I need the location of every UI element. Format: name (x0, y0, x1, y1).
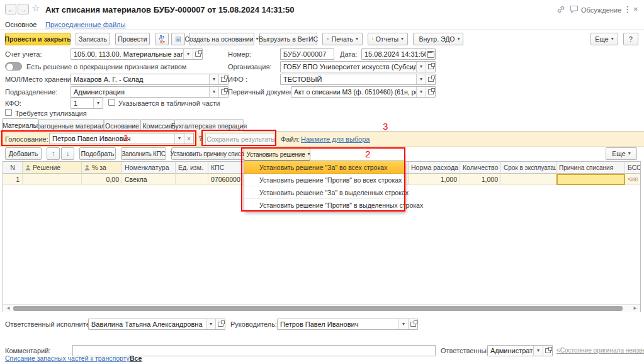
primary-doc-field[interactable]: Акт о списании МЗ (ф. 0510460) (61н, ред… (291, 86, 436, 98)
forward-button[interactable]: → (18, 4, 29, 14)
more-button[interactable]: Еще (590, 33, 618, 45)
debit-credit-button[interactable] (155, 33, 169, 45)
recognition-toggle[interactable] (5, 62, 22, 71)
organization-open-button[interactable] (426, 62, 435, 72)
head-open-button[interactable] (408, 319, 417, 329)
menu-item-against-all-rows[interactable]: Установить решение "Против" во всех стро… (244, 174, 404, 186)
mol-open-button[interactable] (218, 74, 228, 84)
ifo-dropdown-button[interactable] (416, 74, 426, 84)
help-button[interactable]: ? (623, 33, 638, 45)
chevron-down-icon (401, 37, 404, 42)
cell-n[interactable]: 1 (3, 174, 23, 185)
menu-item-for-all-rows[interactable]: Установить решение "За" во всех строках (244, 161, 404, 174)
write-button[interactable]: Записать (76, 33, 110, 45)
move-down-button[interactable]: ↓ (61, 147, 74, 160)
ifo-open-button[interactable] (426, 74, 435, 84)
voting-help-link[interactable]: ? (198, 135, 203, 142)
kfo-dropdown-button[interactable] (93, 98, 103, 108)
account-field[interactable]: 105.00, 113.00. Материальные запасы, Би (71, 48, 203, 60)
tab-main[interactable]: Основное (5, 21, 37, 28)
account-open-button[interactable] (193, 49, 202, 59)
cell-unit[interactable] (176, 174, 208, 185)
department-field[interactable]: Администрация (71, 86, 229, 98)
table-more-button[interactable]: Еще (606, 147, 637, 160)
kfo-in-table-checkbox[interactable] (108, 99, 115, 106)
vetis-export-button[interactable]: Выгрузить в ВетИС (259, 33, 317, 45)
account-dropdown-button[interactable] (183, 49, 193, 59)
executor-open-button[interactable] (215, 319, 225, 329)
cell-lifetime[interactable] (501, 174, 556, 185)
internal-edo-button[interactable]: Внутр. ЭДО (413, 33, 463, 45)
set-decision-button[interactable]: Установить решение (244, 148, 310, 161)
file-select-link[interactable]: Нажмите для выбора (301, 135, 370, 143)
post-and-close-button[interactable]: Провести и закрыть (5, 33, 71, 45)
pick-button[interactable]: Подобрать (79, 147, 116, 160)
head-dropdown-button[interactable] (398, 319, 408, 329)
scroll-right-icon[interactable]: ► (633, 306, 638, 311)
tab-precious-materials[interactable]: Драгоценные материалы (38, 119, 104, 132)
cell-norm[interactable]: 1,000 (409, 174, 460, 185)
voting-dropdown-button[interactable] (174, 133, 184, 144)
cell-decision[interactable] (23, 174, 82, 185)
department-open-button[interactable] (218, 87, 228, 97)
responsible-dropdown-button[interactable] (533, 346, 543, 356)
cell-percent[interactable]: 0,00 (82, 174, 122, 185)
responsible-field[interactable]: Администратор (487, 345, 553, 356)
mol-field[interactable]: Макаров А. Г. - Склад (71, 74, 229, 85)
kebab-menu-icon[interactable]: ⋮ (623, 4, 631, 14)
kfo-field[interactable]: 1 (71, 98, 103, 109)
tab-commission[interactable]: Комиссия (140, 119, 174, 132)
close-icon[interactable]: × (633, 4, 638, 14)
tab-accounting-operation[interactable]: Бухгалтерская операция (174, 119, 244, 132)
scroll-left-icon[interactable]: ◄ (6, 306, 11, 311)
set-reason-button[interactable]: Установить причину списания (171, 147, 253, 160)
tab-attached-files[interactable]: Присоединенные файлы (45, 21, 125, 28)
print-button[interactable]: Печать (322, 33, 363, 45)
primary-doc-dropdown-button[interactable] (416, 87, 426, 97)
department-dropdown-button[interactable] (209, 87, 218, 97)
executor-field[interactable]: Вавилина Татьяна Александровна (88, 319, 225, 330)
tab-basis[interactable]: Основание (104, 119, 140, 132)
tab-materials[interactable]: Материалы (2, 118, 38, 132)
favorite-star-icon[interactable]: ☆ (31, 3, 40, 14)
get-link-icon[interactable] (556, 5, 565, 15)
ifo-field[interactable]: ТЕСТОВЫЙ (280, 74, 436, 85)
organization-dropdown-button[interactable] (416, 62, 426, 72)
head-field[interactable]: Петров Павел Иванович (277, 319, 418, 330)
date-field[interactable]: 15.08.2024 14:31:50 (361, 48, 436, 60)
organization-field[interactable]: ГОБУ ВПО Университет искусств (Субсидия) (280, 61, 436, 72)
cell-nomenclature[interactable]: Свекла (122, 174, 176, 185)
voting-field[interactable]: Петров Павел Иванович (49, 133, 194, 144)
back-button[interactable]: ← (5, 4, 16, 14)
create-based-on-button[interactable]: Создать на основании (189, 33, 254, 45)
post-button[interactable]: Провести (115, 33, 150, 45)
scrollbar-thumb[interactable] (13, 306, 623, 311)
open-icon (221, 89, 227, 94)
register-records-button[interactable] (171, 33, 185, 45)
mol-dropdown-button[interactable] (209, 74, 218, 84)
cell-bso[interactable]: <не ис (625, 174, 640, 185)
menu-item-for-selected-rows[interactable]: Установить решение "За" в выделенных стр… (244, 186, 404, 199)
utilization-checkbox[interactable] (5, 109, 12, 116)
save-results-button[interactable]: Сохранить результаты (205, 133, 274, 145)
spare-parts-writeoff-link[interactable]: Списание запасных частей к транспорту (5, 354, 130, 362)
menu-item-against-selected-rows[interactable]: Установить решение "Против" в выделенных… (244, 199, 404, 211)
primary-doc-open-button[interactable] (426, 87, 435, 97)
responsible-open-button[interactable] (543, 346, 552, 356)
original-state-link[interactable]: <Состояние оригинала неизвестно> (556, 347, 644, 354)
discussion-label[interactable]: Обсуждение (581, 6, 621, 14)
fill-kps-button[interactable]: Заполнить КПС (121, 147, 166, 160)
all-link[interactable]: Все (130, 354, 142, 362)
move-up-button[interactable]: ↑ (47, 147, 60, 160)
printer-icon (327, 36, 329, 42)
horizontal-scrollbar[interactable]: ◄ ► (3, 304, 640, 312)
reports-button[interactable]: Отчеты (368, 33, 408, 45)
cell-qty[interactable]: 1,000 (460, 174, 501, 185)
discussion-bubble-icon[interactable] (570, 5, 579, 14)
executor-dropdown-button[interactable] (206, 319, 215, 329)
cell-reason-active[interactable] (556, 174, 625, 185)
date-calendar-button[interactable] (426, 49, 435, 59)
add-row-button[interactable]: Добавить (5, 147, 42, 160)
voting-clear-button[interactable] (184, 133, 193, 144)
number-field[interactable]: БУБУ-000007 (280, 48, 334, 60)
